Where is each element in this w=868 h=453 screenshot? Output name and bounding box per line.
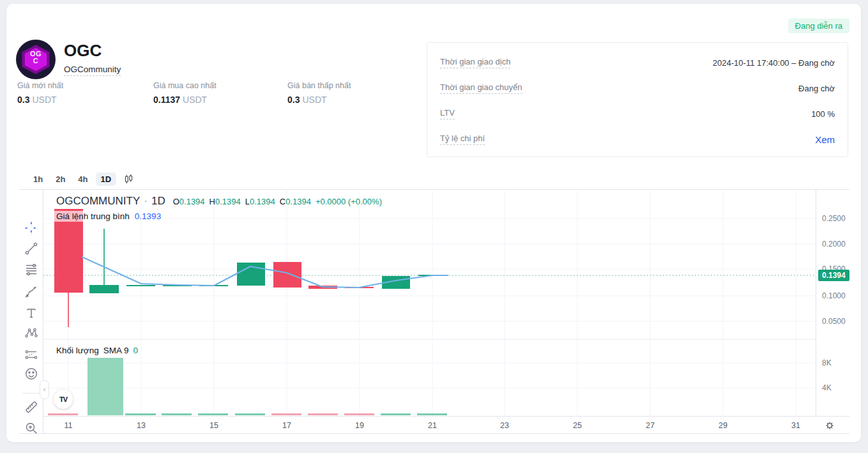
volume-bar xyxy=(162,413,192,415)
price-tick: 8K xyxy=(822,358,832,367)
time-tick: 31 xyxy=(791,421,800,430)
chart-plot-area[interactable]: TV xyxy=(43,189,816,416)
timeframe-1h[interactable]: 1h xyxy=(28,173,48,186)
coin-logo: OGC xyxy=(16,40,56,79)
stat-label-latest-price: Giá mới nhất xyxy=(17,81,63,90)
timeframe-bar: 1h 2h 4h 1D xyxy=(19,169,849,189)
legend-ohlc: O0.1394H0.1394L0.1394C0.1394+0.0000 (+0.… xyxy=(173,197,386,206)
volume-bar xyxy=(308,413,338,415)
time-tick: 13 xyxy=(137,421,146,430)
timeframe-1d-selected[interactable]: 1D xyxy=(96,173,117,186)
time-tick: 29 xyxy=(719,421,727,430)
time-tick: 23 xyxy=(500,421,509,430)
volume-bar xyxy=(271,413,301,415)
chart-canvas xyxy=(43,189,816,416)
legend-change: +0.0000 (+0.00%) xyxy=(316,197,382,206)
logo-letters: OGC xyxy=(16,50,56,65)
info-label-fee-ratio[interactable]: Tỷ lệ chi phí xyxy=(440,134,485,145)
time-tick: 11 xyxy=(65,421,73,430)
info-panel: Thời gian giao dịch 2024-10-11 17:40:00 … xyxy=(427,42,848,157)
info-label-transfer-time[interactable]: Thời gian giao chuyển xyxy=(440,82,522,94)
text-tool-icon[interactable] xyxy=(23,305,40,321)
volume-bar xyxy=(235,413,265,415)
coin-subtitle[interactable]: OGCommunity xyxy=(64,65,121,76)
stat-value-latest-price: 0.3USDT xyxy=(17,95,57,105)
price-tick: 0.0500 xyxy=(822,317,846,326)
volume-value: 0 xyxy=(133,346,138,355)
volume-bar xyxy=(417,413,447,415)
price-tick: 0.1000 xyxy=(822,291,846,300)
stat-label-highest-buy: Giá mua cao nhất xyxy=(153,81,217,90)
time-axis[interactable]: 1113151719212325272931 xyxy=(43,416,849,433)
time-tick: 17 xyxy=(282,421,291,430)
fee-ratio-view-link[interactable]: Xem xyxy=(815,134,835,145)
info-row-transfer-time: Thời gian giao chuyển Đang chờ xyxy=(427,75,848,101)
measure-ruler-icon[interactable] xyxy=(23,399,40,415)
forecast-tool-icon[interactable] xyxy=(23,346,40,363)
info-row-trade-time: Thời gian giao dịch 2024-10-11 17:40:00 … xyxy=(427,50,848,75)
price-tick: 0.2500 xyxy=(822,214,846,223)
volume-legend: Khối lượngSMA 90 xyxy=(54,345,141,356)
status-badge: Đang diễn ra xyxy=(788,19,849,33)
time-tick: 25 xyxy=(573,421,582,430)
fib-retracement-icon[interactable] xyxy=(23,261,40,278)
info-label-ltv[interactable]: LTV xyxy=(440,108,455,119)
info-row-fee-ratio: Tỷ lệ chi phí Xem xyxy=(427,127,848,152)
chart-legend-main: OGCOMMUNITY·1DO0.1394H0.1394L0.1394C0.13… xyxy=(54,194,389,208)
volume-bar xyxy=(344,413,374,415)
ma-line-legend: Giá lệnh trung bình0.1393 xyxy=(54,211,164,222)
legend-symbol: OGCOMMUNITY xyxy=(56,195,140,207)
price-tick: 0.2000 xyxy=(822,240,846,249)
stat-label-lowest-sell: Giá bán thấp nhất xyxy=(287,81,351,90)
ma-value: 0.1393 xyxy=(135,211,161,221)
brush-icon[interactable] xyxy=(23,283,40,300)
stat-value-highest-buy: 0.1137USDT xyxy=(153,95,207,105)
zoom-in-icon[interactable] xyxy=(23,420,40,436)
chart-widget: 1h 2h 4h 1D xyxy=(19,169,849,434)
time-tick: 15 xyxy=(209,421,218,430)
price-axis[interactable]: 0.25000.20000.15000.10000.05008K4K0.1394 xyxy=(816,189,849,416)
trend-line-icon[interactable] xyxy=(23,240,40,257)
volume-bar xyxy=(48,413,78,415)
page: { "status_badge": {"label": "Đang diễn r… xyxy=(0,0,868,453)
volume-bar xyxy=(88,358,123,415)
page-title: OGC xyxy=(64,41,102,61)
time-tick: 19 xyxy=(355,421,364,430)
price-tick: 4K xyxy=(822,383,832,392)
time-tick: 27 xyxy=(646,421,655,430)
volume-bar xyxy=(125,413,156,415)
xabcd-pattern-icon[interactable] xyxy=(23,325,40,341)
candlestick-style-icon[interactable] xyxy=(123,173,135,185)
stat-value-lowest-sell: 0.3USDT xyxy=(287,95,327,105)
candle-body xyxy=(273,262,301,288)
legend-interval: 1D xyxy=(151,195,165,207)
info-row-ltv: LTV 100 % xyxy=(427,101,848,127)
candle-body xyxy=(126,285,155,286)
ma-label: Giá lệnh trung bình xyxy=(56,211,130,221)
volume-sma-label: SMA 9 xyxy=(103,346,129,355)
chart-settings-gear-icon[interactable] xyxy=(824,420,835,431)
time-tick: 21 xyxy=(428,421,437,430)
info-label-trade-time[interactable]: Thời gian giao dịch xyxy=(440,57,510,68)
crosshair-icon[interactable] xyxy=(23,220,40,236)
volume-bar xyxy=(381,413,411,415)
tradingview-logo[interactable]: TV xyxy=(54,390,73,409)
timeframe-4h[interactable]: 4h xyxy=(73,173,93,186)
info-value-ltv: 100 % xyxy=(811,109,835,119)
timeframe-2h[interactable]: 2h xyxy=(50,173,70,186)
main-card: Đang diễn ra OGC OGC OGCommunity Giá mới… xyxy=(6,4,861,442)
candle-body xyxy=(89,285,119,293)
info-value-transfer-time: Đang chờ xyxy=(798,84,835,93)
tools-divider xyxy=(22,393,40,394)
current-price-badge: 0.1394 xyxy=(818,270,849,281)
emoji-tool-icon[interactable] xyxy=(23,365,40,382)
volume-label: Khối lượng xyxy=(56,346,99,355)
volume-bar xyxy=(198,413,228,415)
info-value-trade-time: 2024-10-11 17:40:00 – Đang chờ xyxy=(713,58,835,68)
